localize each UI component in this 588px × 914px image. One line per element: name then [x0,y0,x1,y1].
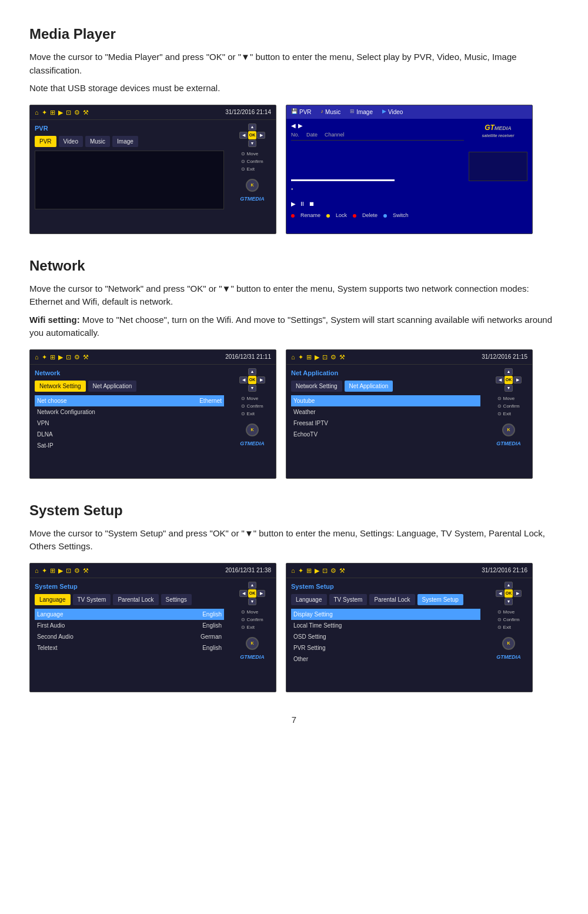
media-player-desc: Move the cursor to "Media Player" and pr… [29,51,559,77]
net-choose-value: Ethernet [199,396,222,405]
sys2-localtime-label: Local Time Setting [293,621,342,630]
pvr-tab-pvr: 💾 PVR [291,108,312,116]
video-label: Video [388,108,403,116]
net-screen1-inner: Network Network Setting Net Application … [30,365,276,457]
sys2-star-icon: ✦ [298,566,303,576]
sys1-up-arrow: ▲ [248,582,256,589]
dot-rename [291,214,295,218]
wifi-bold-label: Wifi setting: [29,315,80,325]
sys2-osd-label: OSD Setting [293,632,326,641]
sys1-icons: ⌂ ✦ ⊞ ▶ ⊡ ⚙ ⚒ [35,566,89,576]
net-down-arrow: ▼ [248,385,256,392]
sys1-move-label: ⊙ Move [241,609,263,616]
sys2-play-icon: ▶ [315,566,319,576]
net-tab-app: Net Application [88,381,137,392]
weather-label: Weather [293,408,316,416]
gtmedia-logo1: GTMEDIA [240,195,265,204]
sys2-osd-row: OSD Setting [291,631,480,642]
network-screen2: ⌂ ✦ ⊞ ▶ ⊡ ⚙ ⚒ 31/12/2016 21:15 Net Appli… [286,349,533,479]
music-label: Music [325,108,340,116]
net-menu-netchoose: Net choose Ethernet [35,395,224,406]
net-screen1-sidebar: ▲ ◀ OK ▶ ▼ ⊙ Move ⊙ Confirm ⊙ Exit [229,365,276,457]
net-move-label: ⊙ Move [241,395,263,403]
sys2-tab-syssetup: System Setup [417,594,463,605]
net-satip-label: Sat-IP [37,441,54,450]
net-menu-dlna: DLNA [35,429,224,440]
left-arrow: ◀ [239,132,248,139]
net2-menu-echootv: EchooTV [291,429,480,440]
ctrl-play: ▶ [291,199,296,208]
pvr-bottom-bar: Rename Lock Delete Switch [286,211,532,221]
net-screen2-time: 31/12/2016 21:15 [482,352,527,361]
sys2-tab-lang: Language [291,594,327,605]
net2-menu-weather: Weather [291,406,480,418]
sys2-tool-icon: ⚒ [339,566,345,576]
net2-ctrl-labels: ⊙ Move ⊙ Confirm ⊙ Exit [497,395,519,418]
sys2-localtime-row: Local Time Setting [291,620,480,631]
star-icon: ✦ [42,108,47,118]
net2-menu-list: Youtube Weather Freesat IPTV EchooTV [291,395,480,440]
syssetup-screen1: ⌂ ✦ ⊞ ▶ ⊡ ⚙ ⚒ 2016/12/31 21:38 System Se… [29,563,276,692]
pvr-thumbnail [469,152,527,181]
net2-star-icon: ✦ [298,352,303,362]
net-vpn-label: VPN [37,419,49,428]
sys1-tab-lang: Language [35,594,71,605]
pvr-list-content [291,142,464,177]
sys2-up-arrow: ▲ [505,582,513,589]
net2-gtmedia-ok: K [502,423,515,436]
sys1-teletext: Teletext English [35,642,224,653]
echootv-label: EchooTV [293,430,318,439]
sys1-right-arrow: ▶ [257,590,265,597]
net-star-icon: ✦ [42,352,47,362]
net-lr-arrows: ◀ OK ▶ [239,376,265,384]
tab-music: Music [85,136,110,147]
net2-gtmedia-logo: GTMEDIA [496,440,521,448]
net-home-icon: ⌂ [35,352,39,362]
net2-right-arrow: ▶ [513,376,522,383]
net-up-arrow: ▲ [248,368,256,375]
pvr-left: ◀ [291,121,296,130]
sys1-menu: Language English First Audio English Sec… [35,609,224,653]
ok-symbol: K [250,182,253,189]
page-number: 7 [292,715,296,725]
net-screen1-header: ⌂ ✦ ⊞ ▶ ⊡ ⚙ ⚒ 2016/12/31 21:11 [30,350,276,365]
syssetup-screen2: ⌂ ✦ ⊞ ▶ ⊡ ⚙ ⚒ 31/12/2016 21:16 System Se… [286,563,533,692]
pvr-label: PVR [299,108,312,116]
network-screenshots: ⌂ ✦ ⊞ ▶ ⊡ ⚙ ⚒ 2016/12/31 21:11 Network N… [29,349,559,479]
gtmedia-text: GTMEDIA [485,124,512,132]
sys1-gtmedia-ok: K [246,637,259,650]
sys1-secondaudio-label: Second Audio [37,632,74,641]
sys1-secondaudio-value: German [201,632,222,641]
dot-switch [383,214,387,218]
net2-ctrl-arrows: ▲ ◀ OK ▶ ▼ [496,368,522,392]
net2-up-arrow: ▲ [505,368,513,375]
network-section: Network Move the cursor to "Network" and… [29,255,559,479]
sys1-play-icon: ▶ [58,566,63,576]
net-config-label: Network Configuration [37,408,95,416]
youtube-label: Youtube [293,396,315,405]
lock-label: Lock [336,212,347,220]
net-screen2-content: Net Application Network Setting Net Appl… [286,365,485,446]
video-icon: ▶ [382,108,386,116]
pvr-col-headers: No. Date Channel [291,131,464,141]
network-wifi: Wifi setting: Move to "Net choose", turn… [29,313,559,340]
network-screen1: ⌂ ✦ ⊞ ▶ ⊡ ⚙ ⚒ 2016/12/31 21:11 Network N… [29,349,276,479]
sys2-pvr-row: PVR Setting [291,642,480,653]
system-setup-screenshots: ⌂ ✦ ⊞ ▶ ⊡ ⚙ ⚒ 2016/12/31 21:38 System Se… [29,563,559,692]
net-screen2-header: ⌂ ✦ ⊞ ▶ ⊡ ⚙ ⚒ 31/12/2016 21:15 [286,350,532,365]
net-menu-list: Net choose Ethernet Network Configuratio… [35,395,224,451]
net2-lr-arrows: ◀ OK ▶ [496,376,522,384]
sys1-teletext-label: Teletext [37,643,57,652]
sys1-gear-icon: ⚙ [74,566,80,576]
net2-ok-btn: OK [505,376,513,384]
screen1-icons: ⌂ ✦ ⊞ ▶ ⊡ ⚙ ⚒ [35,108,89,118]
sys2-gtmedia-logo: GTMEDIA [496,653,521,662]
system-setup-title: System Setup [29,500,559,521]
net2-signal-icon: ⊡ [322,352,328,362]
sys2-gtmedia-ok: K [502,637,515,650]
net-screen2-inner: Net Application Network Setting Net Appl… [286,365,532,452]
sys1-ok-btn: OK [248,589,256,598]
net-menu-config: Network Configuration [35,406,224,418]
dot-delete [353,214,356,218]
net2-left-arrow: ◀ [496,376,504,383]
